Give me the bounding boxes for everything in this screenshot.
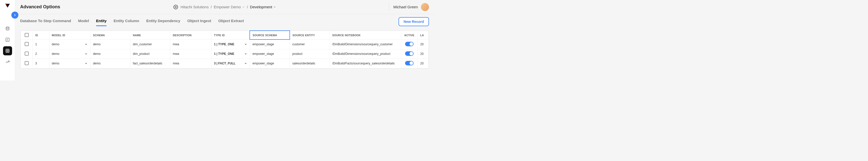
table-row[interactable]: 1demodemodim_customermwa1 | TYPE_ONEempo… [21, 39, 429, 49]
table-row[interactable]: 2demodemodim_productmwa1 | TYPE_ONEempow… [21, 49, 429, 59]
cell-source-schema[interactable]: empower_stage [250, 39, 289, 49]
breadcrumb: Hitachi Solutions / Empower Demo / Devel… [65, 4, 384, 10]
chevron-down-icon [244, 43, 247, 46]
cell-source-entity[interactable]: product [290, 49, 330, 59]
chevron-down-icon [85, 43, 88, 46]
cell-name[interactable]: dim_customer [130, 39, 170, 49]
chevron-down-icon [244, 62, 247, 65]
cell-type-id[interactable]: 1 | TYPE_ONE [212, 49, 250, 59]
tab-model[interactable]: Model [78, 19, 89, 26]
tab-entity[interactable]: Entity [96, 19, 107, 26]
column-model-id[interactable]: MODEL ID [49, 31, 90, 39]
column-name[interactable]: NAME [130, 31, 170, 39]
column-checkbox[interactable] [21, 31, 33, 39]
chevron-down-icon [273, 5, 276, 8]
user-menu[interactable]: Michael Green [389, 3, 429, 11]
chevron-down-icon [85, 62, 88, 65]
sidebar-collapse-button[interactable] [11, 11, 19, 19]
cell-type-id[interactable]: 3 | FACT_FULL [212, 59, 250, 68]
nav-chart-icon[interactable] [3, 35, 12, 44]
nav-trend-icon[interactable] [3, 57, 12, 66]
cell-description[interactable]: mwa [170, 49, 212, 59]
active-toggle[interactable] [405, 61, 413, 65]
breadcrumb-org-label: Hitachi Solutions [181, 5, 209, 9]
cell-name[interactable]: fact_salesorderdetails [130, 59, 170, 68]
data-table: ID MODEL ID SCHEMA NAME DESCRIPTION TYPE… [20, 30, 429, 69]
column-source-entity[interactable]: SOURCE ENTITY [290, 31, 330, 39]
cell-last[interactable]: 20 [417, 59, 429, 68]
cell-model-id[interactable]: demo [49, 59, 90, 68]
topbar: Advanced Options Hitachi Solutions / Emp… [15, 0, 434, 14]
column-description[interactable]: DESCRIPTION [170, 31, 212, 39]
svg-point-1 [6, 27, 9, 28]
tab-object-ingest[interactable]: Object Ingest [187, 19, 211, 26]
table-header-row: ID MODEL ID SCHEMA NAME DESCRIPTION TYPE… [21, 31, 429, 39]
column-schema[interactable]: SCHEMA [90, 31, 130, 39]
chevron-down-icon [85, 52, 88, 55]
row-checkbox[interactable] [25, 52, 29, 56]
row-checkbox[interactable] [25, 61, 29, 65]
cell-description[interactable]: mwa [170, 59, 212, 68]
row-checkbox[interactable] [25, 42, 29, 46]
cell-source-notebook[interactable]: /DmBuild/Facts/sourcequery_salesorderdet… [330, 59, 401, 68]
cell-description[interactable]: mwa [170, 39, 212, 49]
cell-source-schema[interactable]: empower_stage [250, 59, 289, 68]
column-type-id[interactable]: TYPE ID [212, 31, 250, 39]
cell-active[interactable] [401, 39, 417, 49]
table-row[interactable]: 3demodemofact_salesorderdetailsmwa3 | FA… [21, 59, 429, 68]
cell-id[interactable]: 3 [33, 59, 49, 68]
cell-last[interactable]: 20 [417, 49, 429, 59]
svg-rect-6 [6, 49, 9, 53]
new-record-button[interactable]: New Record [399, 17, 429, 26]
breadcrumb-org[interactable]: Hitachi Solutions [181, 5, 209, 9]
cell-last[interactable]: 20 [417, 39, 429, 49]
breadcrumb-project-label: Empower Demo [214, 5, 241, 9]
sidebar [0, 0, 15, 80]
tab-database-to-step-command[interactable]: Database To Step Command [20, 19, 71, 26]
svg-point-0 [5, 3, 6, 5]
cell-name[interactable]: dim_product [130, 49, 170, 59]
nav-table-icon[interactable] [3, 46, 12, 55]
cell-source-entity[interactable]: customer [290, 39, 330, 49]
svg-point-11 [175, 6, 177, 8]
cell-source-entity[interactable]: salesorderdetails [290, 59, 330, 68]
active-toggle[interactable] [405, 51, 413, 56]
cell-active[interactable] [401, 59, 417, 68]
nav-database-icon[interactable] [3, 24, 12, 33]
column-id[interactable]: ID [33, 31, 49, 39]
cell-id[interactable]: 2 [33, 49, 49, 59]
tab-object-extract[interactable]: Object Extract [218, 19, 244, 26]
column-source-notebook[interactable]: SOURCE NOTEBOOK [330, 31, 401, 39]
cell-source-notebook[interactable]: /DmBuild/Dimensions/sourcequery_product [330, 49, 401, 59]
tab-entity-column[interactable]: Entity Column [114, 19, 139, 26]
checkbox-all[interactable] [25, 33, 29, 37]
column-source-schema[interactable]: SOURCE SCHEMA [250, 31, 289, 39]
breadcrumb-project[interactable]: Empower Demo [214, 5, 245, 9]
cell-source-schema[interactable]: empower_stage [250, 49, 289, 59]
cell-source-notebook[interactable]: /DmBuild/Dimensions/sourcequery_customer [330, 39, 401, 49]
app-logo [4, 3, 10, 9]
user-name: Michael Green [393, 5, 418, 9]
cell-model-id[interactable]: demo [49, 39, 90, 49]
gear-icon [173, 4, 179, 10]
chevron-down-icon [242, 5, 245, 8]
cell-schema[interactable]: demo [90, 49, 130, 59]
breadcrumb-env-label: Development [250, 5, 272, 9]
tabs: Database To Step Command Model Entity En… [15, 14, 434, 28]
cell-model-id[interactable]: demo [49, 49, 90, 59]
cell-schema[interactable]: demo [90, 39, 130, 49]
cell-schema[interactable]: demo [90, 59, 130, 68]
column-last[interactable]: LA [417, 31, 429, 39]
column-active[interactable]: ACTIVE [401, 31, 417, 39]
tab-entity-dependency[interactable]: Entity Dependency [146, 19, 180, 26]
active-toggle[interactable] [405, 42, 413, 46]
breadcrumb-env[interactable]: Development [250, 5, 276, 9]
chevron-down-icon [244, 52, 247, 55]
page-title: Advanced Options [20, 4, 60, 9]
avatar [421, 3, 429, 11]
cell-id[interactable]: 1 [33, 39, 49, 49]
cell-type-id[interactable]: 1 | TYPE_ONE [212, 39, 250, 49]
cell-active[interactable] [401, 49, 417, 59]
